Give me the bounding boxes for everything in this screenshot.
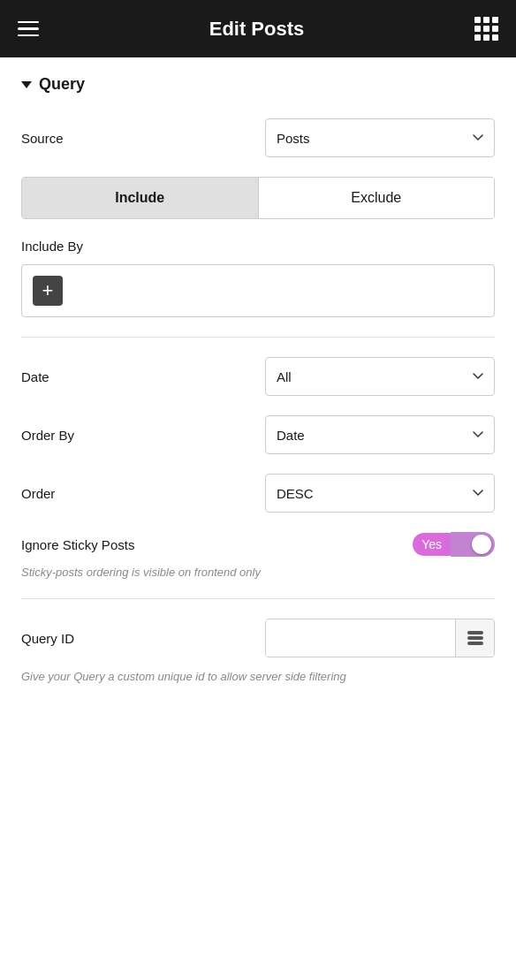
section-title: Query (39, 75, 85, 94)
include-by-label: Include By (21, 239, 495, 254)
database-icon (467, 631, 483, 645)
include-exclude-toggle: Include Exclude (21, 177, 495, 219)
date-row: Date All Past Day Past Week Past Month P… (21, 357, 495, 396)
main-content: Query Source Posts Pages Custom Include … (0, 57, 516, 712)
include-tab[interactable]: Include (22, 178, 258, 218)
collapse-icon[interactable] (21, 81, 32, 88)
toggle-wrapper: Yes (413, 532, 495, 557)
ignore-sticky-row: Ignore Sticky Posts Yes (21, 532, 495, 557)
include-by-box: + (21, 264, 495, 317)
ignore-sticky-toggle[interactable] (451, 532, 495, 557)
query-id-hint: Give your Query a custom unique id to al… (21, 668, 495, 686)
page-title: Edit Posts (209, 18, 305, 41)
order-by-select[interactable]: Date Title ID Author Modified (265, 415, 495, 454)
exclude-tab[interactable]: Exclude (258, 178, 495, 218)
order-label: Order (21, 486, 55, 501)
date-select[interactable]: All Past Day Past Week Past Month Past Y… (265, 357, 495, 396)
order-by-row: Order By Date Title ID Author Modified (21, 415, 495, 454)
toggle-yes-label: Yes (413, 533, 451, 556)
date-label: Date (21, 369, 49, 384)
add-include-button[interactable]: + (33, 276, 63, 306)
order-select[interactable]: DESC ASC (265, 474, 495, 513)
divider-1 (21, 337, 495, 338)
ignore-sticky-label: Ignore Sticky Posts (21, 537, 134, 552)
order-row: Order DESC ASC (21, 474, 495, 513)
source-row: Source Posts Pages Custom (21, 118, 495, 157)
query-id-input-wrap (265, 619, 495, 657)
query-section-header: Query (21, 75, 495, 94)
toggle-hint: Sticky-posts ordering is visible on fron… (21, 566, 495, 579)
hamburger-menu-icon[interactable] (18, 21, 39, 37)
query-id-label: Query ID (21, 631, 74, 646)
query-id-row: Query ID (21, 619, 495, 657)
divider-2 (21, 598, 495, 599)
order-by-label: Order By (21, 428, 74, 443)
query-id-input[interactable] (266, 619, 455, 657)
app-header: Edit Posts (0, 0, 516, 57)
source-label: Source (21, 131, 64, 146)
source-select[interactable]: Posts Pages Custom (265, 118, 495, 157)
query-id-db-button[interactable] (455, 619, 494, 657)
grid-apps-icon[interactable] (474, 17, 498, 41)
